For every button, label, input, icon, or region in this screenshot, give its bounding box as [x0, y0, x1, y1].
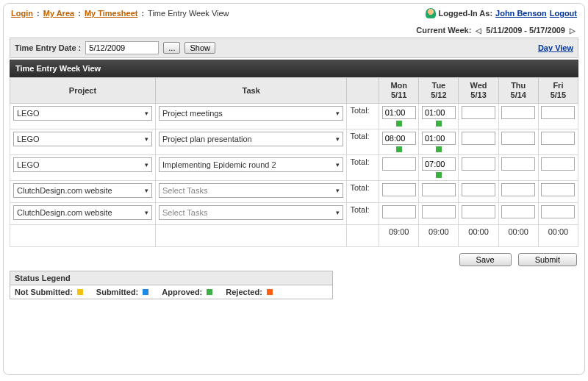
- time-input[interactable]: [541, 132, 575, 145]
- time-input[interactable]: [422, 106, 456, 119]
- chevron-down-icon: ▾: [336, 187, 340, 194]
- breadcrumb-my-area[interactable]: My Area: [43, 9, 74, 18]
- col-total-1: 09:00: [419, 225, 459, 247]
- row-total-label: Total:: [347, 129, 379, 155]
- time-input[interactable]: [501, 132, 535, 145]
- date-bar: Time Entry Date : ... Show Day View: [10, 38, 578, 58]
- breadcrumb-login[interactable]: Login: [11, 9, 33, 18]
- task-dropdown[interactable]: Implementing Epidemic round 2▾: [159, 157, 343, 172]
- time-input[interactable]: [382, 205, 416, 218]
- status-legend: Status Legend Not Submitted: Submitted: …: [10, 271, 333, 299]
- project-dropdown[interactable]: LEGO▾: [13, 106, 152, 121]
- time-input[interactable]: [422, 205, 456, 218]
- time-input[interactable]: [501, 183, 535, 196]
- chevron-down-icon: ▾: [336, 161, 340, 168]
- time-input[interactable]: [501, 157, 535, 171]
- table-row: ClutchDesign.com website▾Select Tasks▾To…: [10, 181, 578, 203]
- time-input[interactable]: [541, 183, 575, 196]
- time-input[interactable]: [501, 106, 535, 119]
- breadcrumb: Login : My Area : My Timesheet : Time En…: [11, 9, 229, 18]
- status-indicator: [436, 121, 442, 127]
- show-button[interactable]: Show: [184, 42, 215, 54]
- time-input[interactable]: [462, 132, 495, 145]
- user-name-link[interactable]: John Benson: [495, 9, 547, 18]
- status-indicator: [436, 146, 442, 152]
- time-input[interactable]: [462, 106, 495, 119]
- time-input[interactable]: [541, 157, 575, 171]
- user-icon: [426, 8, 436, 18]
- submit-button[interactable]: Submit: [518, 253, 577, 266]
- chevron-down-icon: ▾: [145, 161, 148, 168]
- row-total-label: Total:: [347, 155, 379, 181]
- chevron-down-icon: ▾: [145, 209, 148, 216]
- current-week-label: Current Week:: [416, 26, 471, 35]
- legend-not-submitted-swatch: [77, 289, 83, 295]
- logout-link[interactable]: Logout: [550, 9, 577, 18]
- top-bar: Login : My Area : My Timesheet : Time En…: [10, 7, 578, 21]
- status-indicator: [436, 172, 442, 178]
- time-input[interactable]: [462, 183, 495, 196]
- chevron-down-icon: ▾: [336, 110, 340, 117]
- task-dropdown[interactable]: Select Tasks▾: [159, 183, 343, 198]
- legend-rejected-swatch: [267, 289, 273, 295]
- header-task: Task: [155, 78, 346, 104]
- breadcrumb-current: Time Entry Week View: [148, 9, 229, 18]
- header-day-1: Tue5/12: [419, 78, 459, 104]
- button-row: Save Submit: [10, 247, 578, 271]
- time-input[interactable]: [462, 205, 495, 218]
- project-dropdown[interactable]: ClutchDesign.com website▾: [13, 183, 152, 198]
- col-total-0: 09:00: [379, 225, 419, 247]
- prev-week-icon[interactable]: ◁: [476, 26, 481, 35]
- date-entry-input[interactable]: [85, 41, 159, 54]
- table-row: LEGO▾Project meetings▾Total:: [10, 104, 578, 129]
- time-input[interactable]: [382, 132, 416, 145]
- header-day-4: Fri5/15: [538, 78, 578, 104]
- table-row: LEGO▾Implementing Epidemic round 2▾Total…: [10, 155, 578, 181]
- current-week-range: 5/11/2009 - 5/17/2009: [486, 26, 565, 35]
- chevron-down-icon: ▾: [145, 187, 148, 194]
- header-day-2: Wed5/13: [459, 78, 498, 104]
- task-dropdown[interactable]: Project plan presentation▾: [159, 132, 343, 146]
- table-row: LEGO▾Project plan presentation▾Total:: [10, 129, 578, 155]
- row-total-label: Total:: [347, 203, 379, 225]
- row-total-label: Total:: [347, 181, 379, 203]
- logged-in-label: Logged-In As:: [439, 9, 493, 18]
- project-dropdown[interactable]: LEGO▾: [13, 132, 152, 146]
- project-dropdown[interactable]: ClutchDesign.com website▾: [13, 205, 152, 220]
- breadcrumb-my-timesheet[interactable]: My Timesheet: [85, 9, 138, 18]
- day-view-link[interactable]: Day View: [538, 43, 573, 52]
- timesheet-table: Project Task Mon5/11 Tue5/12 Wed5/13 Thu…: [10, 77, 578, 247]
- header-total-spacer: [347, 78, 379, 104]
- time-input[interactable]: [501, 205, 535, 218]
- legend-title: Status Legend: [10, 271, 332, 285]
- legend-submitted-swatch: [143, 289, 148, 295]
- time-input[interactable]: [541, 106, 575, 119]
- time-input[interactable]: [382, 157, 416, 171]
- time-input[interactable]: [541, 205, 575, 218]
- time-input[interactable]: [422, 132, 456, 145]
- date-browse-button[interactable]: ...: [163, 42, 180, 54]
- chevron-down-icon: ▾: [145, 110, 148, 117]
- next-week-icon[interactable]: ▷: [570, 26, 576, 35]
- time-input[interactable]: [422, 183, 456, 196]
- time-input[interactable]: [462, 157, 495, 171]
- user-info: Logged-In As: John Benson Logout: [426, 8, 577, 18]
- project-dropdown[interactable]: LEGO▾: [13, 157, 152, 172]
- header-day-3: Thu5/14: [498, 78, 538, 104]
- col-total-2: 00:00: [459, 225, 498, 247]
- header-day-0: Mon5/11: [379, 78, 419, 104]
- time-input[interactable]: [382, 106, 416, 119]
- status-indicator: [396, 146, 402, 152]
- legend-not-submitted-label: Not Submitted:: [15, 288, 73, 296]
- legend-submitted-label: Submitted:: [96, 288, 138, 296]
- date-entry-label: Time Entry Date :: [15, 43, 81, 52]
- save-button[interactable]: Save: [459, 253, 512, 266]
- task-dropdown[interactable]: Project meetings▾: [159, 106, 343, 121]
- task-dropdown[interactable]: Select Tasks▾: [159, 205, 343, 220]
- col-total-4: 00:00: [538, 225, 578, 247]
- table-row: ClutchDesign.com website▾Select Tasks▾To…: [10, 203, 578, 225]
- current-week-bar: Current Week: ◁ 5/11/2009 - 5/17/2009 ▷: [10, 21, 578, 38]
- chevron-down-icon: ▾: [145, 135, 148, 143]
- time-input[interactable]: [422, 157, 456, 171]
- time-input[interactable]: [382, 183, 416, 196]
